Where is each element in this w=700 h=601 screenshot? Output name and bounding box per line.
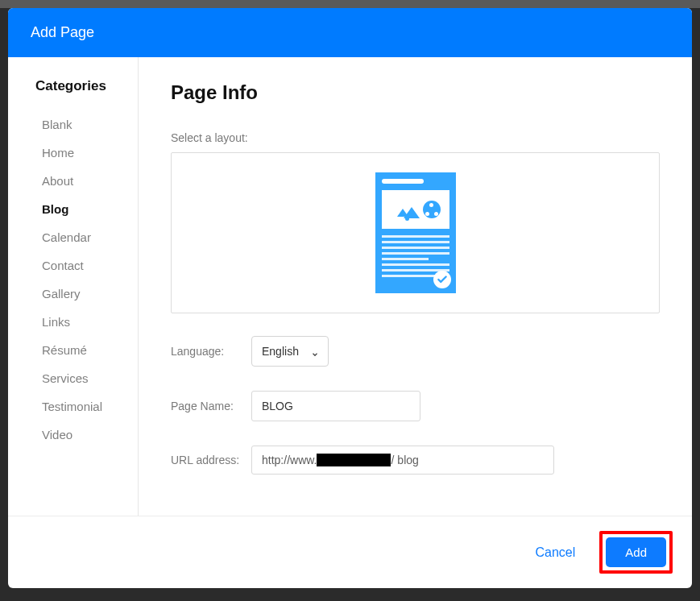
url-redacted xyxy=(317,454,391,466)
selected-check-icon xyxy=(433,271,451,288)
sidebar-item-resume[interactable]: Résumé xyxy=(35,336,125,364)
cancel-button[interactable]: Cancel xyxy=(535,545,575,560)
categories-sidebar: Categories Blank Home About Blog Calenda… xyxy=(8,57,139,516)
sidebar-item-services[interactable]: Services xyxy=(35,364,125,392)
language-label: Language: xyxy=(171,345,251,358)
categories-list: Blank Home About Blog Calendar Contact G… xyxy=(35,110,125,449)
language-row: Language: English xyxy=(171,336,660,367)
add-button-highlight: Add xyxy=(599,531,673,574)
sidebar-item-calendar[interactable]: Calendar xyxy=(35,223,125,251)
sidebar-item-video[interactable]: Video xyxy=(35,421,125,449)
url-label: URL address: xyxy=(171,454,251,466)
modal-footer: Cancel Add xyxy=(8,516,692,588)
layout-label: Select a layout: xyxy=(171,131,660,144)
layout-preview-box xyxy=(171,152,660,313)
url-slug-input[interactable] xyxy=(395,454,544,466)
sidebar-item-links[interactable]: Links xyxy=(35,308,125,336)
page-info-heading: Page Info xyxy=(171,81,660,104)
page-info-panel: Page Info Select a layout: xyxy=(139,57,692,516)
categories-heading: Categories xyxy=(35,78,125,94)
sidebar-item-testimonial[interactable]: Testimonial xyxy=(35,392,125,421)
url-row: URL address: http://www./ xyxy=(171,446,660,475)
layout-thumbnail[interactable] xyxy=(375,172,456,293)
sidebar-item-blank[interactable]: Blank xyxy=(35,110,125,139)
language-select[interactable]: English xyxy=(251,336,329,367)
url-prefix: http://www. xyxy=(262,454,317,466)
sidebar-item-blog[interactable]: Blog xyxy=(35,195,125,223)
sidebar-item-gallery[interactable]: Gallery xyxy=(35,280,125,308)
sidebar-item-home[interactable]: Home xyxy=(35,139,125,167)
sidebar-item-about[interactable]: About xyxy=(35,167,125,195)
page-name-input[interactable] xyxy=(251,391,420,421)
sidebar-item-contact[interactable]: Contact xyxy=(35,251,125,280)
add-button[interactable]: Add xyxy=(606,537,666,567)
modal-title: Add Page xyxy=(8,8,692,57)
page-name-row: Page Name: xyxy=(171,391,660,421)
url-field[interactable]: http://www./ xyxy=(251,446,554,475)
url-separator: / xyxy=(391,454,394,466)
page-name-label: Page Name: xyxy=(171,400,251,412)
add-page-modal: Add Page Categories Blank Home About Blo… xyxy=(8,8,692,588)
